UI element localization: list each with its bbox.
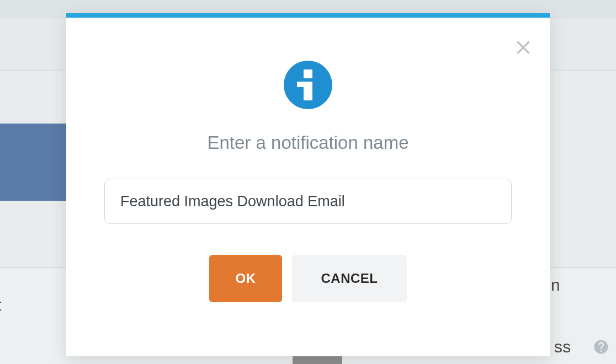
dialog-title: Enter a notification name (207, 132, 408, 153)
close-button[interactable] (513, 36, 533, 56)
close-icon (513, 49, 533, 58)
ok-button[interactable]: OK (209, 255, 282, 302)
bg-left-tab (0, 124, 66, 201)
svg-rect-2 (297, 82, 306, 87)
svg-rect-0 (304, 69, 312, 78)
notification-name-dialog: Enter a notification name OK CANCEL (66, 13, 550, 356)
bg-text-fragment-right-top: n (551, 276, 560, 295)
bg-text-fragment-left: t (0, 296, 2, 314)
cancel-button[interactable]: CANCEL (292, 255, 407, 302)
help-icon (593, 339, 609, 355)
dialog-body: Enter a notification name OK CANCEL (66, 18, 550, 302)
info-icon (284, 61, 332, 109)
notification-name-input[interactable] (104, 179, 512, 224)
bg-bottom-thumb (293, 356, 342, 364)
bg-text-fragment-right-bottom: ss (554, 338, 571, 356)
dialog-accent-bar (66, 13, 550, 18)
dialog-actions: OK CANCEL (209, 255, 407, 302)
